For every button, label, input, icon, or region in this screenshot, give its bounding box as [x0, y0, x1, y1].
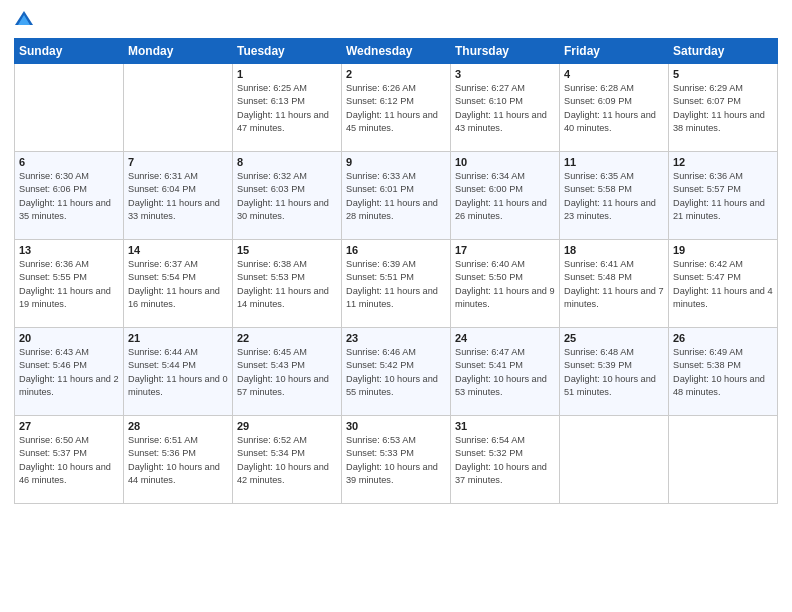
calendar-cell: 23Sunrise: 6:46 AM Sunset: 5:42 PM Dayli… — [342, 328, 451, 416]
day-info: Sunrise: 6:50 AM Sunset: 5:37 PM Dayligh… — [19, 434, 119, 487]
calendar-cell: 9Sunrise: 6:33 AM Sunset: 6:01 PM Daylig… — [342, 152, 451, 240]
calendar-cell: 14Sunrise: 6:37 AM Sunset: 5:54 PM Dayli… — [124, 240, 233, 328]
calendar-cell: 19Sunrise: 6:42 AM Sunset: 5:47 PM Dayli… — [669, 240, 778, 328]
day-number: 21 — [128, 332, 228, 344]
day-number: 12 — [673, 156, 773, 168]
day-number: 22 — [237, 332, 337, 344]
day-number: 4 — [564, 68, 664, 80]
calendar-cell: 20Sunrise: 6:43 AM Sunset: 5:46 PM Dayli… — [15, 328, 124, 416]
calendar-cell: 31Sunrise: 6:54 AM Sunset: 5:32 PM Dayli… — [451, 416, 560, 504]
calendar-week-row: 1Sunrise: 6:25 AM Sunset: 6:13 PM Daylig… — [15, 64, 778, 152]
day-number: 20 — [19, 332, 119, 344]
day-info: Sunrise: 6:48 AM Sunset: 5:39 PM Dayligh… — [564, 346, 664, 399]
calendar-cell: 10Sunrise: 6:34 AM Sunset: 6:00 PM Dayli… — [451, 152, 560, 240]
day-number: 29 — [237, 420, 337, 432]
weekday-header: Monday — [124, 39, 233, 64]
calendar-week-row: 20Sunrise: 6:43 AM Sunset: 5:46 PM Dayli… — [15, 328, 778, 416]
day-info: Sunrise: 6:35 AM Sunset: 5:58 PM Dayligh… — [564, 170, 664, 223]
calendar-cell — [669, 416, 778, 504]
calendar-cell: 21Sunrise: 6:44 AM Sunset: 5:44 PM Dayli… — [124, 328, 233, 416]
calendar-cell: 4Sunrise: 6:28 AM Sunset: 6:09 PM Daylig… — [560, 64, 669, 152]
calendar-cell: 12Sunrise: 6:36 AM Sunset: 5:57 PM Dayli… — [669, 152, 778, 240]
calendar-cell: 2Sunrise: 6:26 AM Sunset: 6:12 PM Daylig… — [342, 64, 451, 152]
day-info: Sunrise: 6:31 AM Sunset: 6:04 PM Dayligh… — [128, 170, 228, 223]
calendar-cell: 5Sunrise: 6:29 AM Sunset: 6:07 PM Daylig… — [669, 64, 778, 152]
day-number: 31 — [455, 420, 555, 432]
weekday-header: Friday — [560, 39, 669, 64]
day-number: 8 — [237, 156, 337, 168]
day-number: 23 — [346, 332, 446, 344]
day-number: 28 — [128, 420, 228, 432]
calendar-cell: 26Sunrise: 6:49 AM Sunset: 5:38 PM Dayli… — [669, 328, 778, 416]
day-info: Sunrise: 6:43 AM Sunset: 5:46 PM Dayligh… — [19, 346, 119, 399]
day-info: Sunrise: 6:47 AM Sunset: 5:41 PM Dayligh… — [455, 346, 555, 399]
day-info: Sunrise: 6:40 AM Sunset: 5:50 PM Dayligh… — [455, 258, 555, 311]
day-number: 5 — [673, 68, 773, 80]
day-info: Sunrise: 6:44 AM Sunset: 5:44 PM Dayligh… — [128, 346, 228, 399]
day-number: 30 — [346, 420, 446, 432]
day-info: Sunrise: 6:46 AM Sunset: 5:42 PM Dayligh… — [346, 346, 446, 399]
calendar-week-row: 13Sunrise: 6:36 AM Sunset: 5:55 PM Dayli… — [15, 240, 778, 328]
calendar-table: SundayMondayTuesdayWednesdayThursdayFrid… — [14, 38, 778, 504]
day-info: Sunrise: 6:53 AM Sunset: 5:33 PM Dayligh… — [346, 434, 446, 487]
calendar-cell — [15, 64, 124, 152]
day-info: Sunrise: 6:49 AM Sunset: 5:38 PM Dayligh… — [673, 346, 773, 399]
calendar-cell: 16Sunrise: 6:39 AM Sunset: 5:51 PM Dayli… — [342, 240, 451, 328]
weekday-header-row: SundayMondayTuesdayWednesdayThursdayFrid… — [15, 39, 778, 64]
logo — [14, 10, 38, 30]
calendar-cell: 24Sunrise: 6:47 AM Sunset: 5:41 PM Dayli… — [451, 328, 560, 416]
day-number: 13 — [19, 244, 119, 256]
calendar-cell: 30Sunrise: 6:53 AM Sunset: 5:33 PM Dayli… — [342, 416, 451, 504]
day-number: 2 — [346, 68, 446, 80]
calendar-cell: 22Sunrise: 6:45 AM Sunset: 5:43 PM Dayli… — [233, 328, 342, 416]
calendar-cell: 28Sunrise: 6:51 AM Sunset: 5:36 PM Dayli… — [124, 416, 233, 504]
calendar-cell: 18Sunrise: 6:41 AM Sunset: 5:48 PM Dayli… — [560, 240, 669, 328]
day-number: 17 — [455, 244, 555, 256]
day-number: 9 — [346, 156, 446, 168]
day-number: 27 — [19, 420, 119, 432]
day-number: 10 — [455, 156, 555, 168]
calendar-cell: 7Sunrise: 6:31 AM Sunset: 6:04 PM Daylig… — [124, 152, 233, 240]
day-info: Sunrise: 6:30 AM Sunset: 6:06 PM Dayligh… — [19, 170, 119, 223]
calendar-cell: 6Sunrise: 6:30 AM Sunset: 6:06 PM Daylig… — [15, 152, 124, 240]
day-number: 16 — [346, 244, 446, 256]
calendar-week-row: 6Sunrise: 6:30 AM Sunset: 6:06 PM Daylig… — [15, 152, 778, 240]
calendar-cell: 15Sunrise: 6:38 AM Sunset: 5:53 PM Dayli… — [233, 240, 342, 328]
day-info: Sunrise: 6:32 AM Sunset: 6:03 PM Dayligh… — [237, 170, 337, 223]
day-info: Sunrise: 6:33 AM Sunset: 6:01 PM Dayligh… — [346, 170, 446, 223]
day-info: Sunrise: 6:54 AM Sunset: 5:32 PM Dayligh… — [455, 434, 555, 487]
logo-icon — [14, 10, 34, 30]
day-info: Sunrise: 6:26 AM Sunset: 6:12 PM Dayligh… — [346, 82, 446, 135]
day-info: Sunrise: 6:51 AM Sunset: 5:36 PM Dayligh… — [128, 434, 228, 487]
calendar-cell: 27Sunrise: 6:50 AM Sunset: 5:37 PM Dayli… — [15, 416, 124, 504]
day-number: 11 — [564, 156, 664, 168]
day-number: 18 — [564, 244, 664, 256]
calendar-cell: 13Sunrise: 6:36 AM Sunset: 5:55 PM Dayli… — [15, 240, 124, 328]
day-info: Sunrise: 6:39 AM Sunset: 5:51 PM Dayligh… — [346, 258, 446, 311]
day-number: 3 — [455, 68, 555, 80]
calendar-cell: 3Sunrise: 6:27 AM Sunset: 6:10 PM Daylig… — [451, 64, 560, 152]
day-number: 1 — [237, 68, 337, 80]
day-info: Sunrise: 6:52 AM Sunset: 5:34 PM Dayligh… — [237, 434, 337, 487]
day-info: Sunrise: 6:25 AM Sunset: 6:13 PM Dayligh… — [237, 82, 337, 135]
day-number: 25 — [564, 332, 664, 344]
calendar-cell — [560, 416, 669, 504]
weekday-header: Wednesday — [342, 39, 451, 64]
day-number: 24 — [455, 332, 555, 344]
day-info: Sunrise: 6:28 AM Sunset: 6:09 PM Dayligh… — [564, 82, 664, 135]
day-number: 26 — [673, 332, 773, 344]
day-number: 19 — [673, 244, 773, 256]
weekday-header: Tuesday — [233, 39, 342, 64]
header — [14, 10, 778, 30]
day-number: 15 — [237, 244, 337, 256]
weekday-header: Sunday — [15, 39, 124, 64]
day-info: Sunrise: 6:41 AM Sunset: 5:48 PM Dayligh… — [564, 258, 664, 311]
page: SundayMondayTuesdayWednesdayThursdayFrid… — [0, 0, 792, 612]
day-number: 6 — [19, 156, 119, 168]
calendar-cell — [124, 64, 233, 152]
calendar-cell: 8Sunrise: 6:32 AM Sunset: 6:03 PM Daylig… — [233, 152, 342, 240]
day-info: Sunrise: 6:37 AM Sunset: 5:54 PM Dayligh… — [128, 258, 228, 311]
calendar-week-row: 27Sunrise: 6:50 AM Sunset: 5:37 PM Dayli… — [15, 416, 778, 504]
weekday-header: Thursday — [451, 39, 560, 64]
calendar-cell: 29Sunrise: 6:52 AM Sunset: 5:34 PM Dayli… — [233, 416, 342, 504]
